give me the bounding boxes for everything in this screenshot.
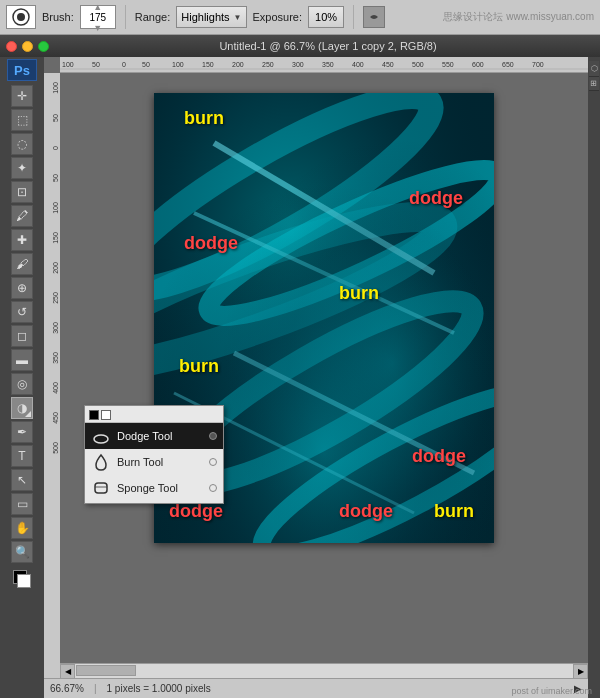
path-select-tool[interactable]: ↖ xyxy=(11,469,33,491)
svg-text:150: 150 xyxy=(202,61,214,68)
hand-tool[interactable]: ✋ xyxy=(11,517,33,539)
heal-tool[interactable]: ✚ xyxy=(11,229,33,251)
label-dodge-4: dodge xyxy=(169,501,223,522)
canvas-area: 100 50 0 50 100 150 200 250 300 350 400 … xyxy=(44,57,588,698)
svg-text:400: 400 xyxy=(52,382,59,394)
svg-text:650: 650 xyxy=(502,61,514,68)
label-burn-4: burn xyxy=(434,501,474,522)
eraser-tool[interactable]: ◻ xyxy=(11,325,33,347)
svg-text:100: 100 xyxy=(52,202,59,214)
blur-tool[interactable]: ◎ xyxy=(11,373,33,395)
layers-tab[interactable]: ⬡ xyxy=(589,61,599,77)
menu-item-sponge[interactable]: Sponge Tool xyxy=(85,475,223,501)
dodge-burn-tool[interactable]: ◑ xyxy=(11,397,33,419)
svg-text:100: 100 xyxy=(172,61,184,68)
svg-text:450: 450 xyxy=(52,412,59,424)
separator xyxy=(125,5,126,29)
channels-tab[interactable]: ⊞ xyxy=(589,77,599,91)
text-tool[interactable]: T xyxy=(11,445,33,467)
label-dodge-1: dodge xyxy=(409,188,463,209)
pixel-info: 1 pixels = 1.0000 pixels xyxy=(107,683,211,694)
svg-text:0: 0 xyxy=(122,61,126,68)
label-dodge-5: dodge xyxy=(339,501,393,522)
gradient-tool[interactable]: ▬ xyxy=(11,349,33,371)
menu-dot-dodge xyxy=(209,432,217,440)
range-value: Highlights xyxy=(181,11,229,23)
svg-text:50: 50 xyxy=(52,114,59,122)
menu-item-dodge[interactable]: Dodge Tool xyxy=(85,423,223,449)
horizontal-scrollbar[interactable]: ◀ ▶ xyxy=(60,663,588,678)
history-brush-tool[interactable]: ↺ xyxy=(11,301,33,323)
svg-text:200: 200 xyxy=(232,61,244,68)
ps-logo: Ps xyxy=(7,59,37,81)
footer-watermark: post of uimaker.com xyxy=(511,686,592,696)
menu-dot-sponge xyxy=(209,484,217,492)
burn-label: Burn Tool xyxy=(117,456,163,468)
svg-text:150: 150 xyxy=(52,232,59,244)
label-dodge-3: dodge xyxy=(412,446,466,467)
pen-tool[interactable]: ✒ xyxy=(11,421,33,443)
dropdown-arrow: ▼ xyxy=(234,13,242,22)
brush-size-display[interactable]: ▲ 175 ▼ xyxy=(80,5,116,29)
svg-text:400: 400 xyxy=(352,61,364,68)
range-label: Range: xyxy=(135,11,170,23)
watermark: 思缘设计论坛 www.missyuan.com xyxy=(443,10,594,24)
label-burn-3: burn xyxy=(179,356,219,377)
scroll-thumb-h[interactable] xyxy=(76,665,136,676)
context-menu: Dodge Tool Burn Tool Sponge Tool xyxy=(84,405,224,504)
label-burn-1: burn xyxy=(184,108,224,129)
lasso-tool[interactable]: ◌ xyxy=(11,133,33,155)
range-select[interactable]: Highlights ▼ xyxy=(176,6,246,28)
zoom-tool[interactable]: 🔍 xyxy=(11,541,33,563)
svg-text:350: 350 xyxy=(52,352,59,364)
brush-size-value: 175 xyxy=(89,12,106,23)
brush-preview[interactable] xyxy=(6,5,36,29)
shape-tool[interactable]: ▭ xyxy=(11,493,33,515)
minimize-button[interactable] xyxy=(22,41,33,52)
svg-text:0: 0 xyxy=(52,146,59,150)
maximize-button[interactable] xyxy=(38,41,49,52)
scroll-track-h[interactable] xyxy=(75,664,573,678)
menu-item-burn[interactable]: Burn Tool xyxy=(85,449,223,475)
svg-text:350: 350 xyxy=(322,61,334,68)
svg-text:300: 300 xyxy=(292,61,304,68)
panel-tabs: ⬡ ⊞ xyxy=(588,57,600,698)
stamp-tool[interactable]: ⊕ xyxy=(11,277,33,299)
ps-main-area: Ps ✛ ⬚ ◌ ✦ ⊡ 🖍 ✚ 🖌 ⊕ ↺ ◻ ▬ ◎ ◑ ✒ T ↖ ▭ ✋… xyxy=(0,57,600,698)
title-bar: Untitled-1 @ 66.7% (Layer 1 copy 2, RGB/… xyxy=(0,35,600,57)
exposure-label: Exposure: xyxy=(253,11,303,23)
brush-label: Brush: xyxy=(42,11,74,23)
svg-text:100: 100 xyxy=(52,82,59,94)
brush-tool[interactable]: 🖌 xyxy=(11,253,33,275)
photoshop-window: Untitled-1 @ 66.7% (Layer 1 copy 2, RGB/… xyxy=(0,35,600,698)
window-title: Untitled-1 @ 66.7% (Layer 1 copy 2, RGB/… xyxy=(62,40,594,52)
svg-rect-21 xyxy=(44,73,60,678)
eyedropper-tool[interactable]: 🖍 xyxy=(11,205,33,227)
move-tool[interactable]: ✛ xyxy=(11,85,33,107)
close-button[interactable] xyxy=(6,41,17,52)
color-swatches[interactable] xyxy=(11,568,33,590)
label-dodge-2: dodge xyxy=(184,233,238,254)
dodge-icon xyxy=(91,426,111,446)
svg-text:600: 600 xyxy=(472,61,484,68)
svg-point-48 xyxy=(94,435,108,443)
svg-text:50: 50 xyxy=(52,174,59,182)
magic-wand-tool[interactable]: ✦ xyxy=(11,157,33,179)
svg-rect-50 xyxy=(95,483,107,493)
horizontal-ruler: 100 50 0 50 100 150 200 250 300 350 400 … xyxy=(60,57,588,73)
crop-tool[interactable]: ⊡ xyxy=(11,181,33,203)
exposure-value: 10% xyxy=(315,11,337,23)
scroll-right[interactable]: ▶ xyxy=(573,664,588,679)
svg-text:250: 250 xyxy=(52,292,59,304)
canvas-container[interactable]: burn dodge dodge burn burn dodge dodge d… xyxy=(60,73,588,678)
airbrush-toggle[interactable] xyxy=(363,6,385,28)
select-tool[interactable]: ⬚ xyxy=(11,109,33,131)
burn-icon xyxy=(91,452,111,472)
sponge-label: Sponge Tool xyxy=(117,482,178,494)
status-bar: 66.67% | 1 pixels = 1.0000 pixels ▶ xyxy=(44,678,588,698)
tools-panel: Ps ✛ ⬚ ◌ ✦ ⊡ 🖍 ✚ 🖌 ⊕ ↺ ◻ ▬ ◎ ◑ ✒ T ↖ ▭ ✋… xyxy=(0,57,44,698)
svg-text:50: 50 xyxy=(142,61,150,68)
scroll-left[interactable]: ◀ xyxy=(60,664,75,679)
svg-text:50: 50 xyxy=(92,61,100,68)
exposure-input[interactable]: 10% xyxy=(308,6,344,28)
